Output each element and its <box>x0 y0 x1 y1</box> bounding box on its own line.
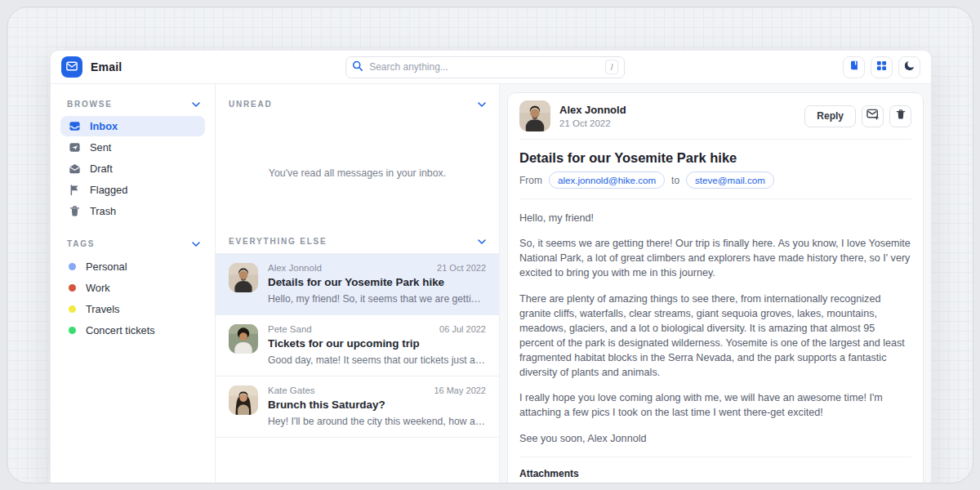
tags-label: TAGS <box>67 239 95 248</box>
email-list: Alex Jonnold 21 Oct 2022 Details for our… <box>216 253 499 438</box>
delete-email-button[interactable] <box>889 105 911 127</box>
email-detail-card: Alex Jonnold 21 Oct 2022 Reply <box>507 92 924 483</box>
draft-icon <box>69 163 81 175</box>
inbox-icon <box>69 120 81 132</box>
email-sender: Kate Gates <box>268 385 315 395</box>
detail-header: Alex Jonnold 21 Oct 2022 Reply <box>519 93 911 139</box>
unread-empty-text: You've read all messages in your inbox. <box>269 167 447 179</box>
detail-sender-name: Alex Jonnold <box>559 104 626 116</box>
desktop-frame: Email / <box>7 7 973 483</box>
sidebar-item-trash[interactable]: Trash <box>60 201 205 221</box>
from-label: From <box>519 175 542 186</box>
tag-item-travels[interactable]: Travels <box>60 298 205 319</box>
email-date: 16 May 2022 <box>434 385 486 395</box>
to-label: to <box>671 175 679 186</box>
moon-icon <box>904 60 915 74</box>
tag-item-work[interactable]: Work <box>60 277 205 298</box>
tag-color-dot <box>69 263 76 270</box>
sidebar-item-flagged[interactable]: Flagged <box>60 180 205 200</box>
from-to-row: From alex.jonnold@hike.com to steve@mail… <box>519 172 911 189</box>
browse-label: BROWSE <box>67 100 113 109</box>
email-body: Hello, my friend! So, it seems we are ge… <box>519 199 911 446</box>
tag-label: Work <box>86 282 110 294</box>
tag-item-personal[interactable]: Personal <box>60 256 205 277</box>
sidebar-item-label: Inbox <box>90 120 118 132</box>
app-body: BROWSE Inbox Sent <box>51 84 931 483</box>
email-sender: Pete Sand <box>268 324 312 334</box>
email-app-window: Email / <box>50 50 932 483</box>
reply-button[interactable]: Reply <box>804 105 856 127</box>
apps-button[interactable] <box>871 56 893 78</box>
email-date: 06 Jul 2022 <box>439 324 486 334</box>
dark-mode-button[interactable] <box>898 56 920 78</box>
email-list-item-alex[interactable]: Alex Jonnold 21 Oct 2022 Details for our… <box>216 254 499 315</box>
tags-section-header: TAGS <box>60 232 205 256</box>
detail-actions: Reply <box>804 105 911 127</box>
sidebar-item-label: Sent <box>90 141 111 154</box>
sidebar: BROWSE Inbox Sent <box>51 84 216 483</box>
search-bar[interactable]: / <box>345 56 625 78</box>
email-list-item-pete[interactable]: Pete Sand 06 Jul 2022 Tickets for our up… <box>216 315 499 376</box>
envelope-plus-icon <box>866 109 880 123</box>
tag-label: Concert tickets <box>86 324 155 336</box>
book-icon <box>849 60 860 74</box>
app-title: Email <box>91 60 122 74</box>
detail-date: 21 Oct 2022 <box>559 118 626 128</box>
app-header: Email / <box>51 51 931 84</box>
email-paragraph: So, it seems we are getting there! Our t… <box>519 236 911 280</box>
search-icon <box>352 60 363 74</box>
header-actions <box>843 56 920 78</box>
sidebar-item-inbox[interactable]: Inbox <box>60 116 205 136</box>
detail-subject: Details for our Yosemite Park hike <box>519 150 911 166</box>
to-email-chip[interactable]: steve@mail.com <box>686 172 774 189</box>
divider <box>519 139 911 140</box>
apps-grid-icon <box>876 60 887 74</box>
browse-section-header: BROWSE <box>60 92 205 116</box>
app-logo <box>61 56 82 78</box>
email-preview: Hey! I'll be around the city this weeken… <box>268 416 486 427</box>
email-paragraph: I really hope you love coming along with… <box>519 390 911 420</box>
email-preview: Good day, mate! It seems that our ticket… <box>268 354 486 366</box>
email-paragraph: There are plenty of amazing things to se… <box>519 292 911 381</box>
avatar <box>229 385 258 415</box>
trash-icon <box>69 205 81 217</box>
sidebar-item-label: Flagged <box>90 184 127 196</box>
tag-color-dot <box>69 284 76 292</box>
forward-email-button[interactable] <box>862 105 884 127</box>
tag-color-dot <box>69 305 76 313</box>
sent-icon <box>69 141 81 154</box>
email-list-column: UNREAD You've read all messages in your … <box>216 84 500 483</box>
divider <box>519 457 911 457</box>
chevron-down-icon[interactable] <box>192 102 200 107</box>
email-subject: Details for our Yosemite Park hike <box>268 276 486 288</box>
unread-label: UNREAD <box>229 100 273 109</box>
everything-else-section-header: EVERYTHING ELSE <box>216 229 499 253</box>
email-detail-panel: Alex Jonnold 21 Oct 2022 Reply <box>500 84 931 483</box>
email-subject: Brunch this Saturday? <box>268 399 486 411</box>
email-paragraph: See you soon, Alex Jonnold <box>519 431 911 446</box>
email-date: 21 Oct 2022 <box>437 263 486 273</box>
email-paragraph: Hello, my friend! <box>519 211 911 225</box>
sidebar-item-draft[interactable]: Draft <box>60 158 205 179</box>
tag-label: Personal <box>86 261 127 273</box>
email-list-item-kate[interactable]: Kate Gates 16 May 2022 Brunch this Satur… <box>216 376 499 438</box>
avatar <box>229 324 258 354</box>
email-sender: Alex Jonnold <box>268 263 322 273</box>
from-email-chip[interactable]: alex.jonnold@hike.com <box>549 172 665 189</box>
unread-section-header: UNREAD <box>216 92 499 116</box>
sidebar-item-label: Trash <box>90 205 116 217</box>
sidebar-item-label: Draft <box>90 163 113 175</box>
chevron-down-icon[interactable] <box>478 102 486 107</box>
email-subject: Tickets for our upcoming trip <box>268 337 486 350</box>
library-button[interactable] <box>843 56 865 78</box>
sidebar-item-sent[interactable]: Sent <box>60 137 205 158</box>
search-shortcut-key: / <box>605 60 618 74</box>
search-input[interactable] <box>369 61 599 73</box>
avatar <box>519 100 550 131</box>
chevron-down-icon[interactable] <box>478 239 486 244</box>
chevron-down-icon[interactable] <box>192 242 200 247</box>
envelope-icon <box>66 60 78 74</box>
everything-else-label: EVERYTHING ELSE <box>229 237 327 246</box>
tag-item-concert-tickets[interactable]: Concert tickets <box>60 319 205 341</box>
unread-empty-state: You've read all messages in your inbox. <box>216 116 499 229</box>
